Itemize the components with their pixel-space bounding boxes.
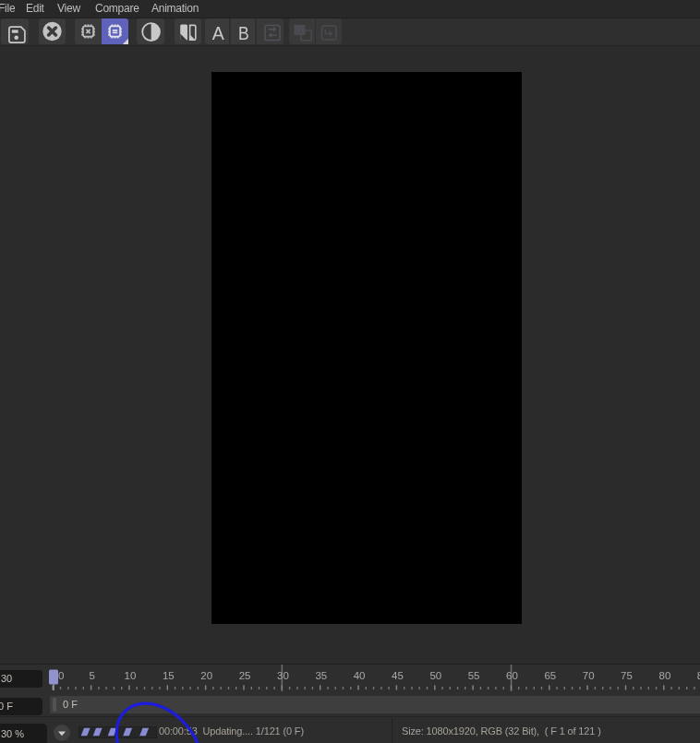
svg-text:30: 30 bbox=[277, 670, 289, 681]
svg-text:20: 20 bbox=[200, 670, 212, 681]
svg-text:25: 25 bbox=[239, 670, 251, 681]
svg-text:45: 45 bbox=[392, 670, 404, 681]
svg-text:60: 60 bbox=[506, 670, 518, 681]
svg-text:55: 55 bbox=[468, 670, 480, 681]
svg-text:0: 0 bbox=[58, 670, 64, 681]
svg-text:50: 50 bbox=[429, 670, 441, 681]
svg-text:35: 35 bbox=[315, 670, 327, 681]
svg-text:75: 75 bbox=[621, 670, 633, 681]
svg-text:5: 5 bbox=[89, 670, 94, 681]
svg-text:10: 10 bbox=[125, 670, 137, 681]
svg-text:70: 70 bbox=[583, 670, 595, 681]
svg-text:65: 65 bbox=[544, 670, 556, 681]
svg-text:80: 80 bbox=[659, 670, 671, 681]
svg-text:15: 15 bbox=[163, 670, 175, 681]
svg-text:40: 40 bbox=[354, 670, 366, 681]
